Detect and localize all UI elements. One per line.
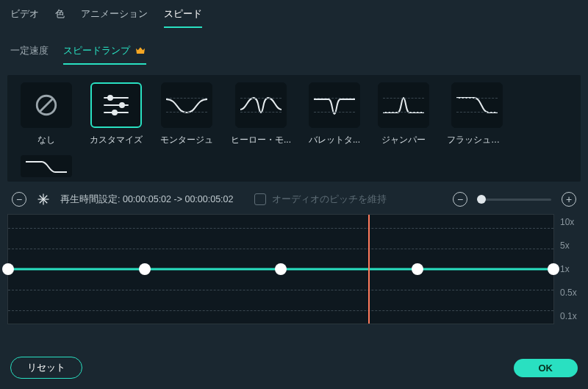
preset-flashin[interactable]: フラッシュイン	[447, 82, 507, 146]
preset-none[interactable]: なし	[21, 82, 72, 146]
curve-bullet-icon	[312, 90, 356, 120]
none-icon	[34, 93, 59, 118]
pitch-label: オーディオのピッチを維持	[272, 193, 387, 206]
zoom-slider[interactable]	[478, 199, 551, 201]
speed-graph[interactable]	[7, 214, 554, 324]
speed-graph-wrap: 10x 5x 1x 0.5x 0.1x	[7, 214, 581, 324]
footer: リセット OK	[0, 349, 588, 389]
crown-icon	[135, 45, 146, 57]
pitch-checkbox-wrap[interactable]: オーディオのピッチを維持	[254, 193, 387, 206]
svg-point-3	[108, 96, 112, 100]
zoom-slider-thumb[interactable]	[477, 195, 486, 204]
reset-button[interactable]: リセット	[10, 357, 82, 379]
ylabel-01x: 0.1x	[560, 311, 581, 321]
ok-button[interactable]: OK	[514, 359, 578, 377]
keyframe-1[interactable]	[2, 263, 14, 275]
curve-montage-icon	[165, 90, 209, 120]
controls-row: − 再生時間設定: 00:00:05:02 -> 00:00:05:02 オーデ…	[0, 182, 588, 214]
playhead[interactable]	[368, 215, 370, 324]
curve-flashin-icon	[455, 90, 499, 120]
preset-row: なし カスタマイズ モンタージュ	[12, 82, 576, 146]
duration-to: 00:00:05:02	[184, 194, 233, 204]
keyframe-5[interactable]	[548, 263, 559, 275]
preset-flashin-label: フラッシュイン	[447, 134, 507, 146]
preset-row-2	[12, 146, 576, 177]
preset-panel: なし カスタマイズ モンタージュ	[7, 75, 581, 182]
ylabel-10x: 10x	[560, 217, 581, 227]
preset-extra[interactable]	[21, 155, 72, 177]
zoom-in-button[interactable]: +	[562, 192, 576, 207]
duration-from: 00:00:05:02	[123, 194, 171, 204]
preset-hero-label: ヒーロー・モ...	[231, 134, 291, 146]
ylabel-1x: 1x	[560, 264, 581, 274]
tab-animation[interactable]: アニメーション	[81, 7, 148, 28]
top-tabs: ビデオ 色 アニメーション スピード	[0, 0, 588, 28]
subtab-constant-speed[interactable]: 一定速度	[10, 44, 49, 65]
duration-arrow: ->	[174, 194, 182, 204]
freeze-frame-icon[interactable]	[37, 193, 50, 206]
preset-jumper[interactable]: ジャンパー	[378, 82, 429, 146]
svg-point-7	[112, 110, 117, 115]
preset-jumper-label: ジャンパー	[381, 134, 426, 146]
curve-hero-icon	[239, 90, 283, 120]
zoom-out-button[interactable]: −	[453, 192, 467, 207]
tab-color[interactable]: 色	[55, 7, 65, 28]
preset-montage[interactable]: モンタージュ	[160, 82, 213, 146]
preset-none-label: なし	[37, 134, 55, 146]
speed-sub-tabs: 一定速度 スピードランプ	[0, 28, 588, 65]
curve-jumper-icon	[381, 90, 426, 120]
subtab-speed-ramp-label: スピードランプ	[63, 44, 130, 57]
preset-montage-label: モンタージュ	[160, 134, 213, 146]
ylabel-05x: 0.5x	[560, 288, 581, 298]
keyframe-3[interactable]	[275, 263, 287, 275]
tab-video[interactable]: ビデオ	[10, 7, 39, 28]
duration-text: 再生時間設定: 00:00:05:02 -> 00:00:05:02	[60, 193, 234, 206]
preset-bullet-label: バレットタ...	[309, 134, 360, 146]
keyframe-4[interactable]	[412, 263, 423, 275]
tab-speed[interactable]: スピード	[164, 7, 202, 28]
duration-label: 再生時間設定:	[60, 194, 120, 204]
subtab-speed-ramp[interactable]: スピードランプ	[63, 44, 146, 65]
svg-point-5	[120, 103, 124, 107]
pitch-checkbox[interactable]	[254, 193, 266, 205]
curve-extra-icon	[24, 157, 68, 175]
preset-customize[interactable]: カスタマイズ	[90, 82, 143, 146]
ylabel-5x: 5x	[560, 240, 581, 251]
remove-keyframe-button[interactable]: −	[12, 192, 26, 207]
preset-customize-label: カスタマイズ	[90, 134, 143, 146]
sliders-icon	[101, 93, 131, 117]
svg-line-1	[40, 99, 53, 112]
preset-bullet[interactable]: バレットタ...	[309, 82, 360, 146]
preset-hero[interactable]: ヒーロー・モ...	[231, 82, 291, 146]
keyframe-2[interactable]	[139, 263, 151, 275]
